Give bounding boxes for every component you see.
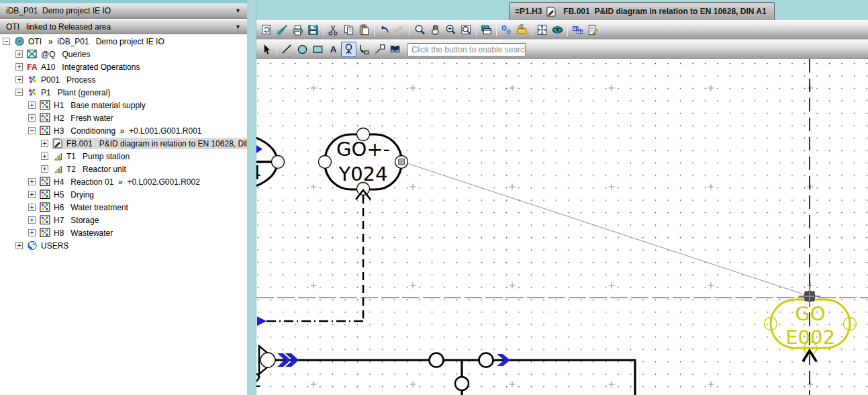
chevron-down-icon[interactable]: ▼ [235, 24, 241, 30]
redo-button[interactable] [392, 22, 407, 38]
tree-item-label: Water treatment [70, 203, 128, 212]
zoom-in-button[interactable] [443, 22, 459, 38]
line-button[interactable] [279, 42, 295, 57]
cut-button[interactable] [326, 22, 341, 38]
connection-point[interactable] [479, 353, 493, 367]
tree-item-id: H1 [54, 101, 64, 110]
tree-item-t2[interactable]: +T2Reactor unit [0, 163, 247, 175]
edit-notes-button[interactable] [585, 22, 601, 38]
panel-divider[interactable] [247, 0, 256, 395]
window-layers-button[interactable] [479, 22, 494, 38]
tree-item-label: Base material supply [70, 101, 145, 110]
diagram-canvas[interactable]: 4 GO+- Y024 2 GO [256, 59, 868, 395]
tree-item-h5[interactable]: +H5Drying [0, 188, 247, 201]
worksheet-button[interactable] [570, 22, 585, 38]
expand-icon[interactable]: + [28, 191, 36, 198]
expand-icon[interactable]: + [28, 178, 36, 185]
edge-button[interactable] [356, 42, 372, 57]
zoom-region-button[interactable] [459, 22, 474, 38]
tab-title: FB.001 P&ID diagram in relation to EN 10… [563, 7, 766, 16]
text-button[interactable]: A [326, 42, 341, 57]
tree-item-label: Reactor unit [83, 165, 126, 174]
expand-icon[interactable]: + [41, 165, 48, 173]
tab-ref: =P1.H3 [515, 7, 542, 16]
copy-button[interactable] [341, 22, 356, 38]
expand-icon[interactable]: + [15, 50, 23, 58]
tree-item-t1[interactable]: +T1Pump station [0, 150, 247, 163]
print-button[interactable] [290, 22, 305, 38]
options-button[interactable] [499, 22, 514, 38]
tree-item-h4[interactable]: +H4Reaction 01 » +0.L002.G001.R002 [0, 175, 247, 188]
collapse-icon[interactable]: − [28, 127, 36, 134]
expand-icon[interactable]: + [28, 204, 36, 211]
chevron-down-icon[interactable]: ▼ [235, 7, 241, 14]
tree-item-users[interactable]: +USERS [0, 239, 247, 252]
connection-point[interactable] [430, 353, 444, 367]
tree-item-p1[interactable]: −P1Plant (general) [0, 86, 247, 99]
tree-item-id: T2 [66, 165, 76, 174]
tree-item-h1[interactable]: +H1Base material supply [0, 99, 247, 112]
expand-icon[interactable]: + [41, 152, 48, 160]
view-button[interactable] [550, 22, 565, 38]
tree-item-p001[interactable]: +P001Process [0, 73, 247, 86]
main-toolbar [256, 20, 868, 39]
tree-item-h3[interactable]: −H3Conditioning » +0.L001.G001.R001 [0, 124, 247, 137]
expand-icon[interactable]: + [28, 216, 36, 224]
function-box-icon [39, 100, 51, 110]
search-input[interactable]: Click the button to enable search ▼ [407, 43, 526, 56]
link-button[interactable] [372, 42, 387, 57]
fit-page-button[interactable] [534, 22, 550, 38]
function-box-icon [39, 215, 51, 225]
tree-item-label: Wastewater [70, 228, 113, 238]
svg-text:FA: FA [27, 62, 38, 72]
collapse-icon[interactable]: − [3, 38, 10, 45]
zoom-button[interactable] [412, 22, 428, 38]
format-brush-button[interactable] [275, 22, 290, 38]
connection-point[interactable] [357, 128, 370, 141]
connection-point[interactable] [455, 377, 469, 390]
tab-pid-diagram[interactable]: =P1.H3 FB.001 P&ID diagram in relation t… [509, 2, 775, 20]
tree-item-h7[interactable]: +H7Storage [0, 214, 247, 226]
paste-button[interactable] [356, 22, 372, 38]
refresh-button[interactable] [259, 22, 275, 38]
area-selector-label: OTI linked to Released area [6, 22, 111, 32]
tree-item-h6[interactable]: +H6Water treatment [0, 201, 247, 214]
tree-item-label: » iDB_P01 Demo project IE IO [48, 37, 164, 46]
function-box-icon [39, 177, 51, 187]
symbol-button[interactable] [341, 42, 356, 57]
tree-item-label: Pump station [83, 152, 130, 161]
tree-item-oti[interactable]: −OTI» iDB_P01 Demo project IE IO [0, 35, 247, 48]
tree-item-h2[interactable]: +H2Fresh water [0, 112, 247, 124]
expand-icon[interactable]: + [28, 101, 36, 109]
rectangle-button[interactable] [310, 42, 326, 57]
expand-icon[interactable]: + [28, 229, 36, 236]
undo-button[interactable] [377, 22, 392, 38]
selection-handle[interactable] [399, 159, 405, 165]
tree-item--q[interactable]: +@QQueries [0, 48, 247, 60]
tree-item-id: H7 [54, 216, 64, 225]
toolbar-separator [476, 23, 477, 36]
expand-icon[interactable]: + [41, 140, 48, 147]
ellipse-button[interactable] [295, 42, 310, 57]
search-binoculars-button[interactable] [387, 42, 403, 57]
tree-item-h8[interactable]: +H8Wastewater [0, 226, 247, 239]
toolbox-button[interactable] [514, 22, 530, 38]
connection-point[interactable] [319, 156, 332, 169]
select-button[interactable] [259, 42, 275, 57]
tree-item-a10[interactable]: +FAA10Integrated Operations [0, 60, 247, 73]
tree-item-id: USERS [41, 241, 68, 251]
project-selector[interactable]: iDB_P01 Demo project IE IO ▼ [0, 3, 247, 19]
tree-item-fb-001[interactable]: +FB.001P&ID diagram in relation to EN 10… [0, 137, 247, 150]
expand-icon[interactable]: + [28, 114, 36, 122]
area-selector[interactable]: OTI linked to Released area ▼ [0, 19, 247, 34]
collapse-icon[interactable]: − [15, 89, 23, 96]
pan-button[interactable] [428, 22, 443, 38]
expand-icon[interactable]: + [15, 76, 23, 83]
project-selector-label: iDB_P01 Demo project IE IO [6, 6, 111, 15]
toolbar-separator [323, 23, 324, 36]
document-tabbar: =P1.H3 FB.001 P&ID diagram in relation t… [256, 0, 868, 20]
save-button[interactable] [305, 22, 321, 38]
tree-item-id: P1 [41, 88, 51, 97]
expand-icon[interactable]: + [15, 242, 23, 249]
expand-icon[interactable]: + [15, 63, 23, 71]
